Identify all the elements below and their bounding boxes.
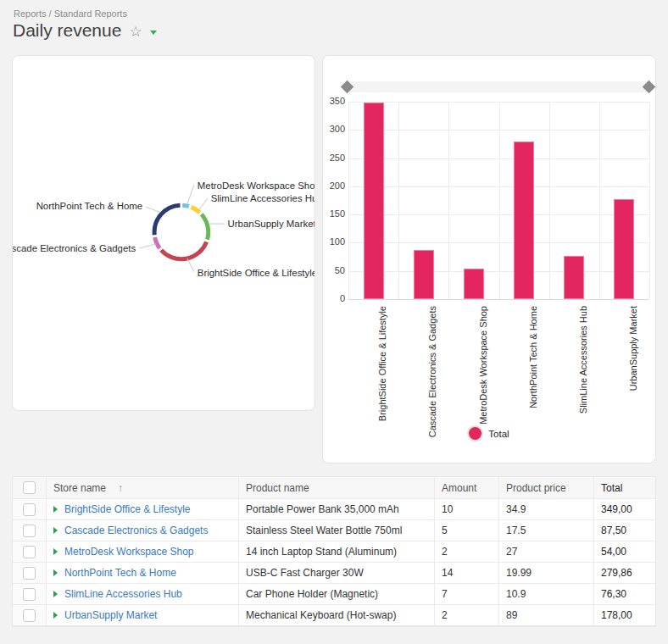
donut-segment-0[interactable]: [182, 205, 189, 206]
row-checkbox[interactable]: [23, 609, 36, 622]
x-axis-label: Cascade Electronics & Gadgets: [428, 306, 438, 437]
product-cell: Mechanical Keyboard (Hot-swap): [239, 605, 435, 625]
product-cell: Stainless Steel Water Bottle 750ml: [239, 520, 435, 541]
select-all-checkbox[interactable]: [23, 481, 36, 494]
expand-row-icon[interactable]: [53, 506, 58, 513]
store-link[interactable]: SlimLine Accessories Hub: [64, 588, 182, 600]
bar-3[interactable]: [514, 142, 534, 299]
total-cell: 349,00: [594, 499, 655, 519]
table-row[interactable]: SlimLine Accessories HubCar Phone Holder…: [13, 584, 655, 605]
y-axis-tick: 200: [323, 180, 345, 191]
x-axis-label: SlimLine Accessories Hub: [578, 306, 588, 414]
total-cell: 279,86: [594, 563, 655, 583]
donut-segment-2[interactable]: [202, 214, 209, 240]
y-axis-tick: 350: [323, 96, 345, 106]
donut-segment-4[interactable]: [155, 237, 160, 248]
store-link[interactable]: NorthPoint Tech & Home: [64, 567, 176, 579]
row-checkbox-cell: [13, 541, 47, 562]
title-row: Daily revenue ☆: [13, 20, 157, 41]
gridline-x: [398, 102, 399, 299]
amount-cell: 7: [435, 584, 499, 604]
store-link[interactable]: BrightSide Office & Lifestyle: [64, 503, 191, 515]
price-cell: 27: [499, 541, 594, 562]
bar-chart: 050100150200250300350BrightSide Office &…: [323, 56, 655, 463]
header-checkbox-cell: [13, 477, 47, 498]
table-row[interactable]: NorthPoint Tech & HomeUSB-C Fast Charger…: [13, 563, 655, 584]
donut-label: SlimLine Accessories Hub: [211, 193, 315, 203]
amount-cell: 2: [435, 541, 499, 562]
donut-segment-5[interactable]: [154, 205, 180, 235]
data-table: Store name ↑ Product name Amount Product…: [12, 476, 656, 627]
header-amount[interactable]: Amount: [435, 477, 499, 498]
amount-cell: 2: [435, 605, 499, 625]
bar-0[interactable]: [364, 103, 384, 299]
donut-label: NorthPoint Tech & Home: [36, 201, 143, 211]
product-cell: Portable Power Bank 35,000 mAh: [239, 499, 435, 519]
row-checkbox[interactable]: [23, 525, 36, 537]
store-link[interactable]: UrbanSupply Market: [64, 609, 157, 621]
row-checkbox[interactable]: [23, 567, 36, 580]
amount-cell: 5: [435, 520, 499, 541]
expand-row-icon[interactable]: [53, 569, 58, 576]
donut-label: MetroDesk Workspace Shop: [198, 180, 315, 191]
table-row[interactable]: UrbanSupply MarketMechanical Keyboard (H…: [13, 605, 655, 626]
store-link[interactable]: Cascade Electronics & Gadgets: [64, 525, 208, 536]
table-body: BrightSide Office & LifestylePortable Po…: [13, 499, 655, 626]
amount-cell: 10: [435, 499, 499, 519]
gridline-x: [599, 102, 600, 299]
donut-segment-1[interactable]: [192, 207, 200, 212]
chart-legend[interactable]: Total: [323, 427, 655, 440]
donut-label-connector: [187, 185, 194, 204]
header-product-name[interactable]: Product name: [239, 477, 435, 498]
bar-1[interactable]: [414, 250, 434, 299]
header-product-price[interactable]: Product price: [499, 477, 594, 498]
page-title: Daily revenue: [13, 20, 121, 41]
gridline-x: [499, 102, 500, 299]
row-checkbox-cell: [13, 499, 47, 519]
table-row[interactable]: Cascade Electronics & GadgetsStainless S…: [13, 520, 655, 541]
amount-cell: 14: [435, 563, 499, 583]
breadcrumb[interactable]: Reports / Standard Reports: [14, 8, 127, 19]
donut-label-connector: [146, 207, 159, 212]
header-store-name[interactable]: Store name ↑: [47, 477, 239, 498]
x-axis-label: UrbanSupply Market: [628, 306, 638, 391]
bar-chart-card: 050100150200250300350BrightSide Office &…: [322, 55, 656, 464]
row-checkbox[interactable]: [23, 546, 36, 558]
table-row[interactable]: MetroDesk Workspace Shop14 inch Laptop S…: [13, 541, 655, 563]
donut-label-connector: [198, 198, 208, 211]
donut-segment-3[interactable]: [161, 242, 206, 258]
chart-range-slider[interactable]: [347, 81, 649, 92]
row-checkbox[interactable]: [23, 503, 36, 516]
total-cell: 87,50: [594, 520, 655, 541]
gridline-y-0: [348, 299, 649, 300]
gridline-x: [348, 102, 349, 299]
favorite-star-icon[interactable]: ☆: [129, 25, 142, 39]
header-total[interactable]: Total: [594, 477, 655, 498]
donut-label: Cascade Electronics & Gadgets: [13, 243, 136, 253]
expand-row-icon[interactable]: [53, 612, 58, 619]
store-cell: BrightSide Office & Lifestyle: [47, 499, 239, 519]
expand-row-icon[interactable]: [53, 548, 58, 555]
product-cell: USB-C Fast Charger 30W: [239, 563, 435, 583]
title-dropdown-caret-icon[interactable]: [150, 31, 157, 35]
store-cell: SlimLine Accessories Hub: [47, 584, 239, 604]
legend-marker-icon: [469, 427, 482, 440]
expand-row-icon[interactable]: [53, 591, 58, 597]
table-row[interactable]: BrightSide Office & LifestylePortable Po…: [13, 499, 655, 520]
price-cell: 34.9: [499, 499, 594, 519]
y-axis-tick: 250: [323, 153, 345, 163]
store-link[interactable]: MetroDesk Workspace Shop: [64, 546, 194, 558]
y-axis-tick: 100: [323, 236, 345, 247]
bar-5[interactable]: [614, 199, 634, 300]
row-checkbox[interactable]: [23, 588, 36, 601]
expand-row-icon[interactable]: [53, 527, 58, 534]
gridline-x: [649, 102, 650, 299]
donut-chart: MetroDesk Workspace ShopSlimLine Accesso…: [13, 56, 315, 410]
store-cell: UrbanSupply Market: [47, 605, 239, 625]
x-axis-label: BrightSide Office & Lifestyle: [378, 306, 388, 421]
row-checkbox-cell: [13, 563, 47, 583]
row-checkbox-cell: [13, 584, 47, 604]
bar-2[interactable]: [464, 269, 484, 299]
bar-4[interactable]: [564, 256, 584, 299]
store-cell: NorthPoint Tech & Home: [47, 563, 239, 583]
